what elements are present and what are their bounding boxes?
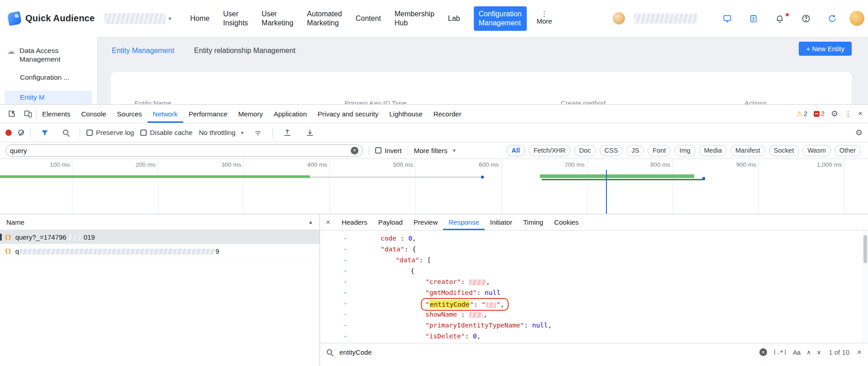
request-list-header[interactable]: Name ▲ <box>0 214 320 230</box>
sidebar-item-configuration[interactable]: Configuration ... <box>0 68 97 87</box>
fold-marker-icon[interactable]: - <box>342 233 349 244</box>
settings-gear-icon[interactable]: ⚙ <box>831 109 838 119</box>
fold-marker-icon[interactable]: - <box>342 331 349 342</box>
filter-pill-img[interactable]: Img <box>674 145 695 156</box>
preserve-log-checkbox[interactable]: Preserve log <box>86 129 134 136</box>
detail-tab-payload[interactable]: Payload <box>373 214 408 230</box>
match-case-toggle[interactable]: Aa <box>793 349 801 356</box>
avatar[interactable] <box>849 11 864 26</box>
response-search-input[interactable] <box>339 348 754 356</box>
nav-item-user-marketing[interactable]: User Marketing <box>262 10 293 28</box>
nav-item-membership-hub[interactable]: Membership Hub <box>395 10 434 28</box>
filter-pill-wasm[interactable]: Wasm <box>802 145 831 156</box>
more-filters-dropdown[interactable]: More filters▾ <box>414 147 456 154</box>
devtools-tab-privacy-and-security[interactable]: Privacy and security <box>312 105 384 123</box>
help-icon[interactable] <box>798 14 814 23</box>
clear-network-log-icon[interactable] <box>18 130 24 135</box>
record-network-log-icon[interactable] <box>5 130 12 136</box>
workspace-name-redacted[interactable] <box>105 13 166 24</box>
close-search-icon[interactable]: × <box>857 348 862 357</box>
monitor-icon[interactable] <box>719 14 735 23</box>
devtools-tab-console[interactable]: Console <box>76 105 112 123</box>
checkbox[interactable] <box>140 130 147 136</box>
fold-marker-icon[interactable]: - <box>342 255 349 265</box>
bell-icon[interactable] <box>772 14 788 23</box>
devtools-tab-memory[interactable]: Memory <box>233 105 268 123</box>
network-conditions-icon[interactable] <box>250 128 266 137</box>
fold-marker-icon[interactable]: - <box>342 265 349 276</box>
filter-icon[interactable] <box>37 129 52 137</box>
avatar[interactable] <box>613 12 625 24</box>
devtools-tab-application[interactable]: Application <box>268 105 312 123</box>
clear-filter-icon[interactable]: × <box>351 147 358 154</box>
device-toolbar-icon[interactable] <box>20 109 36 118</box>
devtools-tab-recorder[interactable]: Recorder <box>428 105 467 123</box>
sync-icon[interactable] <box>824 14 840 23</box>
tab-entity-relationship-management[interactable]: Entity relationship Management <box>194 47 296 55</box>
detail-tab-headers[interactable]: Headers <box>336 214 373 230</box>
clear-search-icon[interactable]: × <box>759 348 767 356</box>
warnings-badge[interactable]: ⚠2 <box>796 110 807 118</box>
devtools-tab-sources[interactable]: Sources <box>112 105 148 123</box>
sidebar-item-entity-management[interactable]: Entity M <box>5 91 92 104</box>
checkbox[interactable] <box>375 147 382 154</box>
search-icon[interactable] <box>59 129 73 136</box>
filter-pill-socket[interactable]: Socket <box>769 145 799 156</box>
next-match-icon[interactable]: ∨ <box>817 349 821 356</box>
chevron-down-icon[interactable]: ▾ <box>168 15 171 22</box>
clipboard-icon[interactable] <box>745 14 762 23</box>
fold-marker-icon[interactable]: - <box>342 287 349 298</box>
detail-tab-timing[interactable]: Timing <box>518 214 548 230</box>
fold-marker-icon[interactable]: - <box>342 320 349 331</box>
tab-entity-management[interactable]: Entity Management <box>112 47 174 55</box>
filter-pill-js[interactable]: JS <box>626 145 644 156</box>
filter-pill-font[interactable]: Font <box>648 145 671 156</box>
invert-checkbox[interactable]: Invert <box>375 147 402 154</box>
export-har-icon[interactable] <box>279 128 296 137</box>
filter-pill-manifest[interactable]: Manifest <box>730 145 765 156</box>
checkbox[interactable] <box>86 130 93 136</box>
request-row[interactable]: {}q9 <box>0 244 320 258</box>
brand[interactable]: Quick Audience <box>8 12 95 25</box>
previous-match-icon[interactable]: ∧ <box>806 349 811 356</box>
filter-pill-media[interactable]: Media <box>699 145 727 156</box>
filter-pill-fetch-xhr[interactable]: Fetch/XHR <box>529 145 571 156</box>
inspect-element-icon[interactable] <box>4 109 20 118</box>
throttling-select[interactable]: No throttling▾ <box>199 129 243 136</box>
timeline-overview[interactable]: 100 ms200 ms300 ms400 ms500 ms600 ms700 … <box>0 159 868 214</box>
scrollbar[interactable] <box>863 231 868 343</box>
request-row[interactable]: {}query?_=174796019 <box>0 230 320 244</box>
kebab-menu-icon[interactable]: ⋮ <box>844 110 852 118</box>
detail-tab-cookies[interactable]: Cookies <box>548 214 584 230</box>
nav-more[interactable]: ⋮ More <box>537 12 552 25</box>
network-settings-gear-icon[interactable]: ⚙ <box>855 128 863 138</box>
detail-tab-initiator[interactable]: Initiator <box>485 214 518 230</box>
sidebar-item-data-access-management[interactable]: ☁ Data Access Management <box>0 42 97 68</box>
detail-tab-response[interactable]: Response <box>443 214 485 230</box>
nav-item-automated-marketing[interactable]: Automated Marketing <box>307 10 342 28</box>
fold-marker-icon[interactable]: - <box>342 309 349 320</box>
nav-item-user-insights[interactable]: User Insights <box>223 10 248 28</box>
import-har-icon[interactable] <box>302 128 318 137</box>
fold-marker-icon[interactable]: - <box>342 244 349 255</box>
devtools-tab-network[interactable]: Network <box>148 105 183 123</box>
detail-tab-preview[interactable]: Preview <box>408 214 443 230</box>
nav-item-configuration-management[interactable]: Configuration Management <box>474 6 527 31</box>
fold-marker-icon[interactable]: - <box>342 276 349 287</box>
filter-pill-other[interactable]: Other <box>835 145 861 156</box>
devtools-tab-lighthouse[interactable]: Lighthouse <box>384 105 428 123</box>
devtools-tab-elements[interactable]: Elements <box>37 105 76 123</box>
filter-pill-all[interactable]: All <box>506 145 525 156</box>
close-devtools-icon[interactable]: × <box>858 109 863 118</box>
filter-pill-css[interactable]: CSS <box>600 145 623 156</box>
devtools-tab-performance[interactable]: Performance <box>183 105 233 123</box>
new-entity-button[interactable]: + New Entity <box>799 42 852 56</box>
nav-item-content[interactable]: Content <box>356 14 381 23</box>
nav-item-home[interactable]: Home <box>190 14 210 23</box>
nav-item-lab[interactable]: Lab <box>448 14 460 23</box>
filter-pill-doc[interactable]: Doc <box>574 145 596 156</box>
errors-badge[interactable]: 2 <box>814 110 825 117</box>
regex-toggle[interactable]: (.*) <box>773 349 787 356</box>
disable-cache-checkbox[interactable]: Disable cache <box>140 129 192 136</box>
scrollbar-thumb[interactable] <box>863 235 867 263</box>
